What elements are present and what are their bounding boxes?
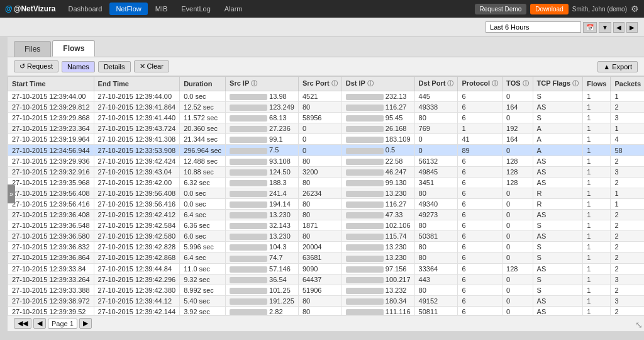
dst-ip-info-icon[interactable]: ⓘ: [367, 80, 374, 87]
col-dst-ip: Dst IP ⓘ: [341, 77, 414, 91]
download-button[interactable]: Download: [530, 4, 568, 14]
collapse-arrow[interactable]: »: [8, 184, 15, 203]
table-row[interactable]: 27-10-2015 12:39:39.5227-10-2015 12:39:4…: [8, 306, 645, 315]
table-row[interactable]: 27-10-2015 12:39:56.40827-10-2015 12:39:…: [8, 188, 645, 198]
table-row[interactable]: 27-10-2015 12:39:33.38827-10-2015 12:39:…: [8, 285, 645, 295]
table-row[interactable]: 27-10-2015 12:39:35.96827-10-2015 12:39:…: [8, 177, 645, 188]
page-indicator: Page 1: [48, 319, 77, 329]
pagination: ◀◀ ◀ Page 1 ▶: [8, 315, 644, 331]
table-row[interactable]: 27-10-2015 12:39:29.86827-10-2015 12:39:…: [8, 113, 645, 123]
tab-flows[interactable]: Flows: [52, 40, 95, 57]
sub-header: 📅 ▼ ◀ ▶: [0, 18, 644, 37]
time-dropdown-button[interactable]: ▼: [599, 22, 611, 33]
col-src-ip: Src IP ⓘ: [226, 77, 299, 91]
table-row[interactable]: 27-10-2015 12:39:32.91627-10-2015 12:39:…: [8, 166, 645, 177]
user-label: Smith, John (demo): [572, 6, 627, 13]
nav-eventlog[interactable]: EventLog: [175, 3, 216, 15]
table-row[interactable]: 27-10-2015 12:34:56.94427-10-2015 12:33:…: [8, 145, 645, 156]
top-nav: @@NetVizura Dashboard NetFlow MIB EventL…: [0, 0, 644, 18]
page-first-button[interactable]: ◀◀: [14, 318, 31, 329]
logo: @@NetVizura: [5, 4, 56, 13]
time-forward-button[interactable]: ▶: [626, 22, 638, 33]
table-row[interactable]: 27-10-2015 12:39:36.54827-10-2015 12:39:…: [8, 220, 645, 231]
tcp-flags-info-icon[interactable]: ⓘ: [572, 80, 579, 87]
request-button[interactable]: ↺ Request: [14, 60, 58, 72]
table-row[interactable]: 27-10-2015 12:39:36.83227-10-2015 12:39:…: [8, 242, 645, 252]
nav-right: Request Demo Download Smith, John (demo)…: [475, 4, 639, 14]
col-dst-port: Dst Port ⓘ: [414, 77, 458, 91]
table-row[interactable]: 27-10-2015 12:39:44.0027-10-2015 12:39:4…: [8, 91, 645, 102]
page-next-button[interactable]: ▶: [79, 318, 92, 329]
logo-at: @: [5, 4, 13, 13]
col-protocol: Protocol ⓘ: [458, 77, 502, 91]
dst-port-info-icon[interactable]: ⓘ: [447, 80, 453, 87]
time-selector: 📅 ▼ ◀ ▶: [486, 21, 638, 33]
col-duration: Duration: [180, 77, 226, 91]
table-row[interactable]: 27-10-2015 12:39:36.86427-10-2015 12:39:…: [8, 252, 645, 263]
page-prev-button[interactable]: ◀: [33, 318, 46, 329]
time-back-button[interactable]: ◀: [613, 22, 625, 33]
col-src-port: Src Port ⓘ: [298, 77, 341, 91]
main-content: » Files Flows ↺ Request Names Details ✕ …: [8, 37, 644, 331]
table-row[interactable]: 27-10-2015 12:39:36.58027-10-2015 12:39:…: [8, 231, 645, 242]
table-row[interactable]: 27-10-2015 12:39:29.81227-10-2015 12:39:…: [8, 102, 645, 113]
flows-table: Start Time End Time Duration Src IP ⓘ Sr…: [8, 76, 644, 315]
col-packets: Packets: [611, 77, 644, 91]
nav-netflow[interactable]: NetFlow: [109, 3, 147, 15]
nav-dashboard[interactable]: Dashboard: [62, 3, 109, 15]
gear-icon[interactable]: ⚙: [631, 4, 639, 14]
table-row[interactable]: 27-10-2015 12:39:23.36427-10-2015 12:39:…: [8, 123, 645, 134]
details-button[interactable]: Details: [98, 61, 131, 72]
nav-mib[interactable]: MIB: [149, 3, 174, 15]
table-row[interactable]: 27-10-2015 12:39:33.26427-10-2015 12:39:…: [8, 274, 645, 285]
col-tos: TOS ⓘ: [502, 77, 533, 91]
protocol-info-icon[interactable]: ⓘ: [492, 80, 498, 87]
col-end-time: End Time: [94, 77, 180, 91]
table-row[interactable]: 27-10-2015 12:39:38.97227-10-2015 12:39:…: [8, 295, 645, 306]
src-ip-info-icon[interactable]: ⓘ: [251, 80, 257, 87]
col-start-time: Start Time: [8, 77, 94, 91]
table-row[interactable]: 27-10-2015 12:39:29.93627-10-2015 12:39:…: [8, 156, 645, 166]
toolbar: ↺ Request Names Details ✕ Clear ▲ Export: [8, 57, 644, 76]
resize-icon[interactable]: ⤡: [635, 320, 643, 330]
src-port-info-icon[interactable]: ⓘ: [331, 80, 338, 87]
clear-button[interactable]: ✕ Clear: [134, 60, 169, 72]
export-button[interactable]: ▲ Export: [597, 61, 638, 72]
col-flows: Flows: [583, 77, 611, 91]
nav-alarm[interactable]: Alarm: [218, 3, 249, 15]
table-container[interactable]: Start Time End Time Duration Src IP ⓘ Sr…: [8, 76, 644, 315]
tos-info-icon[interactable]: ⓘ: [523, 80, 529, 87]
table-row[interactable]: 27-10-2015 12:39:19.96427-10-2015 12:39:…: [8, 134, 645, 145]
time-input[interactable]: [486, 21, 581, 33]
col-tcp-flags: TCP Flags ⓘ: [533, 77, 583, 91]
table-row[interactable]: 27-10-2015 12:39:36.40827-10-2015 12:39:…: [8, 210, 645, 220]
time-calendar-button[interactable]: 📅: [583, 22, 597, 33]
tabs-bar: Files Flows: [8, 37, 644, 57]
tab-files[interactable]: Files: [14, 41, 51, 57]
table-row[interactable]: 27-10-2015 12:39:33.8427-10-2015 12:39:4…: [8, 263, 645, 274]
request-demo-button[interactable]: Request Demo: [475, 4, 527, 14]
names-button[interactable]: Names: [62, 61, 95, 72]
table-row[interactable]: 27-10-2015 12:39:56.41627-10-2015 12:39:…: [8, 198, 645, 209]
